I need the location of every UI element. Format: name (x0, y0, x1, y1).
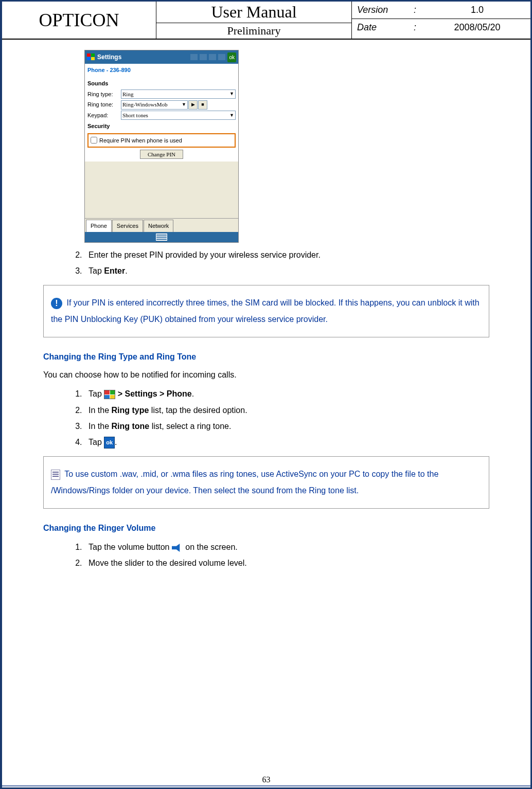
pin-warning-note: ! If your PIN is entered incorrectly thr… (43, 285, 489, 337)
stop-button[interactable]: ■ (198, 100, 207, 110)
pin-steps-list: Enter the preset PIN provided by your wi… (64, 248, 489, 278)
play-button[interactable]: ▶ (188, 100, 198, 110)
ok-icon: ok (104, 437, 115, 449)
doc-title: User Manual (156, 2, 351, 23)
change-pin-button[interactable]: Change PIN (140, 150, 183, 159)
signal-icon[interactable] (209, 54, 216, 60)
ring-step-2: In the Ring type list, tap the desired o… (84, 403, 489, 417)
custom-ringtone-text: To use custom .wav, .mid, or .wma files … (51, 470, 438, 495)
tab-phone[interactable]: Phone (86, 220, 112, 232)
tab-services[interactable]: Services (112, 220, 143, 232)
ring-step-4: Tap ok. (84, 435, 489, 449)
warning-icon: ! (51, 298, 62, 309)
ring-tone-label: Ring tone: (87, 100, 121, 110)
date-label: Date (357, 22, 414, 33)
keypad-select[interactable]: Short tones▼ (121, 111, 236, 120)
tab-network[interactable]: Network (144, 220, 173, 232)
doc-subtitle: Preliminary (156, 23, 351, 39)
custom-ringtone-note: To use custom .wav, .mid, or .wma files … (43, 456, 489, 509)
titlebar: Settings ok (85, 50, 238, 64)
footer-rule (2, 785, 530, 786)
window-title: Settings (97, 52, 121, 62)
volume-step-1: Tap the volume button on the screen. (84, 540, 489, 554)
tabs-bar: Phone Services Network (85, 218, 238, 232)
sip-bar[interactable] (85, 232, 238, 242)
volume-steps: Tap the volume button on the screen. Mov… (64, 540, 489, 570)
require-pin-checkbox[interactable] (91, 137, 97, 144)
ring-type-label: Ring type: (87, 89, 121, 99)
volume-step-2: Move the slider to the desired volume le… (84, 556, 489, 570)
keyboard-icon[interactable] (156, 234, 167, 241)
title-column: User Manual Preliminary (156, 2, 352, 39)
warning-text: If your PIN is entered incorrectly three… (51, 298, 480, 324)
ring-type-intro: You can choose how to be notified for in… (43, 368, 489, 382)
ring-type-select[interactable]: Ring▼ (121, 89, 236, 99)
security-heading: Security (87, 121, 236, 131)
require-pin-label: Require PIN when phone is used (99, 136, 182, 146)
version-label: Version (357, 5, 414, 15)
speaker-icon (172, 544, 183, 552)
meta-column: Version : 1.0 Date : 2008/05/20 (352, 2, 530, 39)
page-number: 63 (2, 775, 530, 784)
step-3: Tap Enter. (84, 264, 489, 278)
ringer-volume-heading: Changing the Ringer Volume (43, 521, 489, 535)
ring-type-steps: Tap > Settings > Phone. In the Ring type… (64, 387, 489, 449)
brand-name: OPTICON (2, 2, 156, 39)
ok-button[interactable]: ok (227, 52, 236, 62)
require-pin-highlight: Require PIN when phone is used (87, 133, 236, 148)
start-icon[interactable] (87, 53, 95, 61)
colon: : (414, 22, 429, 33)
volume-icon[interactable] (218, 54, 225, 60)
ring-tone-select[interactable]: Ring-WindowsMob▼ (121, 100, 188, 110)
colon: : (414, 5, 429, 15)
date-value: 2008/05/20 (429, 22, 525, 33)
ring-type-heading: Changing the Ring Type and Ring Tone (43, 350, 489, 364)
sounds-heading: Sounds (87, 79, 236, 88)
version-value: 1.0 (429, 5, 525, 15)
phone-identifier: Phone - 236-890 (85, 64, 238, 77)
phone-settings-screenshot: Settings ok Phone - 236-890 Sounds Ring … (84, 50, 239, 243)
ring-step-3: In the Ring tone list, select a ring ton… (84, 419, 489, 433)
ring-step-1: Tap > Settings > Phone. (84, 387, 489, 401)
step-2: Enter the preset PIN provided by your wi… (84, 248, 489, 262)
start-icon (104, 390, 115, 399)
keypad-label: Keypad: (87, 111, 121, 120)
document-icon (51, 470, 60, 480)
connection-icon[interactable] (200, 54, 207, 60)
keyboard-icon[interactable] (190, 54, 198, 60)
document-header: OPTICON User Manual Preliminary Version … (2, 2, 530, 40)
